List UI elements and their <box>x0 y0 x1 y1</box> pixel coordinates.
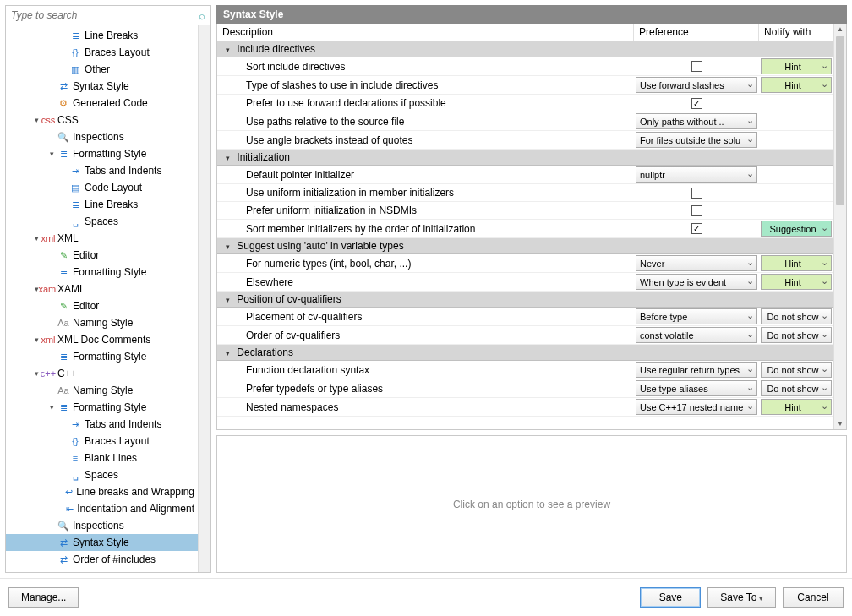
preference-checkbox[interactable] <box>691 205 702 216</box>
preference-select[interactable]: Use forward slashes <box>636 77 757 93</box>
col-description[interactable]: Description <box>217 24 634 41</box>
option-description[interactable]: Use angle brackets instead of quotes <box>217 131 634 149</box>
col-notify[interactable]: Notify with <box>759 24 833 41</box>
option-description[interactable]: Default pointer initializer <box>217 166 634 183</box>
option-description[interactable]: Sort member initializers by the order of… <box>217 220 634 237</box>
expand-arrow-icon[interactable]: ▾ <box>46 403 57 412</box>
tree-item[interactable]: ▸⇤Indentation and Alignment <box>6 500 198 517</box>
manage-button[interactable]: Manage... <box>8 587 79 608</box>
tree-item[interactable]: ▸AaNaming Style <box>6 314 198 331</box>
tree-item[interactable]: ▸≣Formatting Style <box>6 264 198 281</box>
option-description[interactable]: Elsewhere <box>217 273 634 291</box>
option-description[interactable]: Use paths relative to the source file <box>217 112 634 130</box>
tree-item[interactable]: ▾xamlXAML <box>6 281 198 297</box>
preference-checkbox[interactable] <box>691 188 702 199</box>
tree-item[interactable]: ▸⇥Tabs and Indents <box>6 416 198 433</box>
tree-item[interactable]: ▸🔍Inspections <box>6 517 198 534</box>
group-header[interactable]: ▾ Position of cv-qualifiers <box>217 292 833 308</box>
preference-select[interactable]: Use C++17 nested name <box>636 399 757 415</box>
option-description[interactable]: Nested namespaces <box>217 398 634 416</box>
tree-item[interactable]: ▸↩Line breaks and Wrapping <box>6 483 198 500</box>
cancel-button[interactable]: Cancel <box>783 587 844 608</box>
save-button[interactable]: Save <box>640 587 701 608</box>
tree-item[interactable]: ▸AaNaming Style <box>6 382 198 399</box>
preference-select[interactable]: nullptr <box>636 166 757 183</box>
tree-item[interactable]: ▾c++C++ <box>6 365 198 382</box>
group-header[interactable]: ▾ Initialization <box>217 150 833 166</box>
preference-select[interactable]: const volatile <box>636 327 757 343</box>
preference-select[interactable]: For files outside the solu <box>636 132 757 148</box>
group-header[interactable]: ▾ Suggest using 'auto' in variable types <box>217 238 833 254</box>
grid-scrollbar[interactable]: ▲ ▼ <box>833 24 846 429</box>
tree-node-icon: Aa <box>57 316 70 330</box>
tree-item[interactable]: ▸≣Line Breaks <box>6 196 198 213</box>
tree-item[interactable]: ▸⇄Syntax Style <box>6 78 198 95</box>
tree-item[interactable]: ▸▤Code Layout <box>6 179 198 196</box>
tree-item[interactable]: ▾xmlXML Doc Comments <box>6 331 198 348</box>
preference-select[interactable]: Only paths without .. <box>636 113 757 129</box>
option-description[interactable]: Type of slashes to use in include direct… <box>217 76 634 94</box>
option-description[interactable]: Function declaration syntax <box>217 361 634 379</box>
notify-select[interactable]: Do not show <box>761 380 832 396</box>
tree-item[interactable]: ▾cssCSS <box>6 112 198 128</box>
tree-item[interactable]: ▸⇄Syntax Style <box>6 534 198 551</box>
tree-item[interactable]: ▸␣Spaces <box>6 213 198 230</box>
notify-select[interactable]: Hint <box>761 274 832 290</box>
option-description[interactable]: Sort include directives <box>217 57 634 75</box>
expand-arrow-icon[interactable]: ▾ <box>31 335 41 344</box>
tree-item[interactable]: ▸⚙Generated Code <box>6 95 198 112</box>
group-label: Include directives <box>237 43 315 55</box>
tree-item[interactable]: ▸≡Blank Lines <box>6 450 198 466</box>
tree-item[interactable]: ▸⇄Order of #includes <box>6 551 198 568</box>
preference-checkbox[interactable]: ✓ <box>691 223 702 234</box>
option-description[interactable]: Prefer typedefs or type aliases <box>217 379 634 397</box>
preference-cell: nullptr <box>634 166 759 183</box>
preference-select[interactable]: When type is evident <box>636 274 757 290</box>
tree-item[interactable]: ▸≣Formatting Style <box>6 348 198 365</box>
tree-item[interactable]: ▸✎Editor <box>6 297 198 314</box>
preference-select[interactable]: Never <box>636 255 757 271</box>
tree-item[interactable]: ▸{}Braces Layout <box>6 433 198 450</box>
notify-select[interactable]: Hint <box>761 58 832 74</box>
notify-select[interactable]: Suggestion <box>761 221 832 237</box>
preference-checkbox[interactable]: ✓ <box>691 98 702 109</box>
preference-select[interactable]: Use type aliases <box>636 380 757 396</box>
expand-arrow-icon[interactable]: ▾ <box>46 150 57 158</box>
expand-arrow-icon[interactable]: ▾ <box>31 234 41 243</box>
tree-item[interactable]: ▸⇥Tabs and Indents <box>6 162 198 179</box>
nav-tree[interactable]: ▸≣Line Breaks▸{}Braces Layout▸▥Other▸⇄Sy… <box>6 25 198 572</box>
notify-select[interactable]: Hint <box>761 399 832 415</box>
option-description[interactable]: Prefer uniform initialization in NSDMIs <box>217 202 634 219</box>
notify-select[interactable]: Do not show <box>761 308 832 324</box>
option-description[interactable]: Order of cv-qualifiers <box>217 326 634 344</box>
tree-item[interactable]: ▸🔍Inspections <box>6 128 198 145</box>
tree-item[interactable]: ▾≣Formatting Style <box>6 399 198 416</box>
tree-item[interactable]: ▸≣Line Breaks <box>6 27 198 44</box>
option-description[interactable]: For numeric types (int, bool, char, ...) <box>217 254 634 272</box>
tree-item[interactable]: ▾≣Formatting Style <box>6 145 198 162</box>
tree-item[interactable]: ▸␣Spaces <box>6 466 198 483</box>
tree-item[interactable]: ▾xmlXML <box>6 230 198 247</box>
save-to-button[interactable]: Save To <box>707 587 776 608</box>
option-description[interactable]: Prefer to use forward declarations if po… <box>217 95 634 112</box>
group-header[interactable]: ▾ Declarations <box>217 345 833 361</box>
tree-item[interactable]: ▸▥Other <box>6 61 198 78</box>
notify-select[interactable]: Hint <box>761 255 832 271</box>
notify-select[interactable]: Hint <box>761 77 832 93</box>
tree-scrollbar[interactable] <box>198 25 210 572</box>
group-header[interactable]: ▾ Include directives <box>217 41 833 57</box>
preference-checkbox[interactable] <box>691 61 702 72</box>
notify-select[interactable]: Do not show <box>761 362 832 378</box>
search-input[interactable] <box>6 6 194 25</box>
option-description[interactable]: Placement of cv-qualifiers <box>217 308 634 325</box>
preference-select[interactable]: Use regular return types <box>636 362 757 378</box>
option-description[interactable]: Use uniform initialization in member ini… <box>217 184 634 201</box>
notify-select[interactable]: Do not show <box>761 327 832 343</box>
search-icon[interactable]: ⌕ <box>194 9 210 22</box>
preference-select[interactable]: Before type <box>636 308 757 324</box>
expand-arrow-icon[interactable]: ▾ <box>31 116 41 124</box>
tree-node-label: Naming Style <box>73 317 133 329</box>
tree-item[interactable]: ▸✎Editor <box>6 247 198 264</box>
tree-item[interactable]: ▸{}Braces Layout <box>6 44 198 61</box>
col-preference[interactable]: Preference <box>634 24 759 41</box>
